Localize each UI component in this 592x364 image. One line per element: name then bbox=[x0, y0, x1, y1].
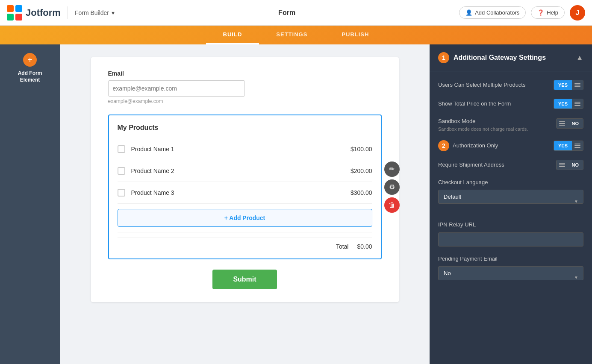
auth-only-setting: 2 Authorization Only YES bbox=[438, 140, 583, 151]
tab-publish[interactable]: PUBLISH bbox=[324, 26, 386, 44]
step1-badge: 1 bbox=[438, 52, 449, 63]
form-title: Form bbox=[115, 9, 459, 17]
products-title: My Products bbox=[118, 124, 372, 132]
product-1-checkbox[interactable] bbox=[118, 145, 125, 153]
svg-rect-0 bbox=[7, 5, 14, 12]
pencil-icon: ✏ bbox=[389, 165, 395, 173]
logo-area: Jotform bbox=[7, 5, 61, 21]
ipn-relay-section: IPN Relay URL bbox=[438, 221, 583, 255]
collapse-button[interactable]: ▲ bbox=[576, 53, 583, 62]
help-button[interactable]: ❓ Help bbox=[531, 6, 565, 19]
form-container: Email example@example.com My Products Pr… bbox=[91, 57, 399, 302]
checkout-language-select-wrapper[interactable]: Default bbox=[438, 190, 583, 212]
trash-icon: 🗑 bbox=[389, 201, 395, 209]
svg-rect-3 bbox=[15, 14, 22, 21]
add-form-element-button[interactable]: + Add FormElement bbox=[18, 53, 42, 83]
delete-button[interactable]: 🗑 bbox=[384, 197, 400, 213]
help-label: Help bbox=[547, 9, 558, 16]
add-form-label: Add FormElement bbox=[18, 70, 42, 83]
table-row: Product Name 1 $100.00 bbox=[118, 138, 372, 160]
settings-button[interactable]: ⚙ bbox=[384, 179, 400, 195]
auth-only-lines[interactable] bbox=[572, 141, 583, 150]
tab-settings-label: SETTINGS bbox=[276, 31, 307, 38]
auth-only-toggle[interactable]: YES bbox=[554, 141, 583, 151]
product-3-name: Product Name 3 bbox=[131, 189, 345, 196]
show-total-yes[interactable]: YES bbox=[554, 99, 572, 109]
shipment-address-lines[interactable] bbox=[557, 160, 568, 170]
chevron-up-icon: ▲ bbox=[576, 53, 583, 62]
chevron-down-icon: ▾ bbox=[112, 9, 115, 16]
help-icon: ❓ bbox=[537, 9, 544, 16]
svg-rect-1 bbox=[15, 5, 22, 12]
header-right: 👤 Add Collaborators ❓ Help J bbox=[459, 5, 585, 21]
add-collaborators-label: Add Collaborators bbox=[475, 9, 519, 16]
ipn-relay-input[interactable] bbox=[438, 232, 583, 247]
sandbox-mode-sublabel: Sandbox mode does not charge real cards. bbox=[438, 126, 528, 132]
total-value: $0.00 bbox=[357, 243, 372, 250]
multiple-products-label: Users Can Select Multiple Products bbox=[438, 81, 554, 89]
submit-button[interactable]: Submit bbox=[212, 270, 277, 289]
form-builder-button[interactable]: Form Builder ▾ bbox=[75, 9, 115, 16]
person-icon: 👤 bbox=[465, 9, 472, 16]
auth-only-left: 2 Authorization Only bbox=[438, 140, 554, 151]
show-total-setting: Show Total Price on the Form YES bbox=[438, 99, 583, 109]
multiple-products-setting: Users Can Select Multiple Products YES bbox=[438, 80, 583, 90]
shipment-address-setting: Require Shipment Address NO bbox=[438, 160, 583, 170]
logo-text: Jotform bbox=[26, 7, 61, 18]
tab-build[interactable]: BUILD bbox=[206, 26, 259, 44]
right-panel: 1 Additional Gateway Settings ▲ Users Ca… bbox=[430, 44, 592, 364]
tab-settings[interactable]: SETTINGS bbox=[259, 26, 324, 44]
form-canvas: Email example@example.com My Products Pr… bbox=[60, 44, 430, 364]
multiple-products-toggle[interactable]: YES bbox=[554, 80, 583, 90]
product-2-price: $200.00 bbox=[350, 167, 372, 174]
sandbox-mode-toggle[interactable]: NO bbox=[556, 118, 584, 129]
checkout-language-select[interactable]: Default bbox=[438, 190, 583, 204]
pending-payment-label: Pending Payment Email bbox=[438, 255, 583, 263]
nav-tabs: BUILD SETTINGS PUBLISH bbox=[0, 26, 592, 44]
sandbox-mode-label: Sandbox Mode bbox=[438, 117, 528, 125]
add-product-button[interactable]: + Add Product bbox=[118, 209, 372, 227]
product-2-checkbox[interactable] bbox=[118, 167, 125, 175]
edit-button[interactable]: ✏ bbox=[384, 161, 400, 177]
multiple-products-lines[interactable] bbox=[572, 80, 583, 90]
pending-payment-select[interactable]: No bbox=[438, 266, 583, 280]
panel-header-left: 1 Additional Gateway Settings bbox=[438, 52, 546, 63]
avatar-letter: J bbox=[576, 9, 580, 17]
form-builder-label: Form Builder bbox=[75, 9, 109, 16]
sandbox-mode-no[interactable]: NO bbox=[568, 119, 583, 128]
header: Jotform Form Builder ▾ Form 👤 Add Collab… bbox=[0, 0, 592, 26]
panel-body: Users Can Select Multiple Products YES S… bbox=[430, 71, 592, 306]
add-collaborators-button[interactable]: 👤 Add Collaborators bbox=[459, 6, 526, 19]
product-3-checkbox[interactable] bbox=[118, 189, 125, 197]
sandbox-mode-setting: Sandbox Mode Sandbox mode does not charg… bbox=[438, 117, 583, 132]
table-row: Product Name 2 $200.00 bbox=[118, 160, 372, 182]
avatar[interactable]: J bbox=[570, 5, 585, 21]
header-divider bbox=[68, 6, 68, 19]
sandbox-mode-lines[interactable] bbox=[557, 119, 568, 128]
auth-only-label: Authorization Only bbox=[453, 142, 554, 150]
step2-badge: 2 bbox=[438, 140, 449, 151]
email-label: Email bbox=[108, 70, 382, 77]
left-sidebar: + Add FormElement bbox=[0, 44, 60, 364]
tab-publish-label: PUBLISH bbox=[342, 31, 369, 38]
shipment-address-no[interactable]: NO bbox=[568, 160, 583, 170]
show-total-lines[interactable] bbox=[572, 99, 583, 109]
jotform-logo-icon bbox=[7, 5, 22, 21]
email-input[interactable] bbox=[108, 80, 245, 97]
ipn-relay-label: IPN Relay URL bbox=[438, 221, 583, 229]
product-1-price: $100.00 bbox=[350, 146, 372, 153]
gear-icon: ⚙ bbox=[389, 183, 395, 191]
show-total-toggle[interactable]: YES bbox=[554, 99, 583, 109]
checkout-language-label: Checkout Language bbox=[438, 179, 583, 186]
total-row: Total $0.00 bbox=[118, 238, 372, 250]
pending-payment-select-wrapper[interactable]: No bbox=[438, 266, 583, 289]
shipment-address-toggle[interactable]: NO bbox=[556, 160, 584, 170]
pending-payment-section: Pending Payment Email No bbox=[438, 255, 583, 289]
auth-only-yes[interactable]: YES bbox=[554, 141, 572, 150]
sandbox-mode-labels: Sandbox Mode Sandbox mode does not charg… bbox=[438, 117, 528, 132]
multiple-products-yes[interactable]: YES bbox=[554, 80, 572, 90]
checkout-language-section: Checkout Language Default bbox=[438, 179, 583, 212]
plus-symbol: + bbox=[27, 54, 32, 65]
panel-header: 1 Additional Gateway Settings ▲ bbox=[430, 44, 592, 71]
floating-actions: ✏ ⚙ 🗑 bbox=[384, 161, 400, 213]
